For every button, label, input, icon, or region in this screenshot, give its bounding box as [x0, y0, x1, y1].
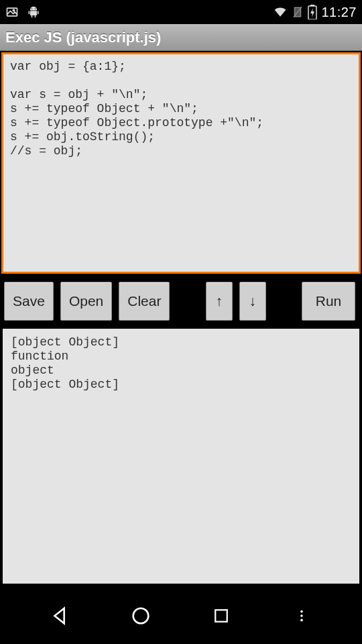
- svg-rect-5: [32, 15, 33, 17]
- app-title: Exec JS (javascript.js): [5, 29, 161, 46]
- content-area: var obj = {a:1}; var s = obj + "\n"; s +…: [0, 51, 362, 588]
- svg-rect-4: [38, 11, 39, 14]
- svg-rect-11: [310, 5, 314, 6]
- toolbar: Save Open Clear ↑ ↓ Run: [0, 276, 362, 326]
- kebab-menu-icon: [294, 606, 309, 626]
- back-button[interactable]: [46, 601, 75, 631]
- open-button[interactable]: Open: [60, 282, 112, 321]
- status-right: 11:27: [273, 5, 357, 20]
- svg-rect-6: [35, 15, 36, 17]
- scroll-down-button[interactable]: ↓: [239, 282, 266, 321]
- status-bar: 11:27: [0, 0, 362, 24]
- svg-point-15: [300, 614, 303, 617]
- navigation-bar: [0, 588, 362, 644]
- code-editor[interactable]: var obj = {a:1}; var s = obj + "\n"; s +…: [1, 52, 361, 274]
- recent-button[interactable]: [206, 601, 236, 631]
- status-clock: 11:27: [321, 5, 357, 20]
- scroll-up-button[interactable]: ↑: [206, 282, 233, 321]
- status-left: [5, 5, 40, 19]
- recent-icon: [211, 606, 231, 626]
- back-icon: [49, 604, 72, 627]
- battery-charging-icon: [308, 5, 317, 19]
- wifi-icon: [273, 5, 288, 19]
- android-icon: [27, 5, 40, 19]
- svg-rect-3: [29, 11, 30, 14]
- photo-icon: [5, 5, 19, 19]
- app-bar: Exec JS (javascript.js): [0, 24, 362, 51]
- svg-point-16: [300, 619, 303, 622]
- clear-button[interactable]: Clear: [119, 282, 170, 321]
- home-icon: [129, 604, 152, 627]
- svg-rect-2: [30, 11, 37, 15]
- no-sim-icon: [292, 5, 304, 19]
- svg-rect-13: [215, 610, 227, 622]
- save-button[interactable]: Save: [4, 282, 54, 321]
- svg-point-8: [35, 8, 36, 9]
- home-button[interactable]: [126, 601, 156, 631]
- menu-button[interactable]: [287, 601, 316, 631]
- run-button[interactable]: Run: [302, 282, 355, 321]
- svg-point-14: [300, 610, 303, 613]
- svg-point-7: [32, 8, 32, 9]
- svg-point-12: [133, 608, 149, 624]
- svg-point-1: [13, 9, 15, 11]
- output-panel: [object Object] function object [object …: [3, 329, 359, 584]
